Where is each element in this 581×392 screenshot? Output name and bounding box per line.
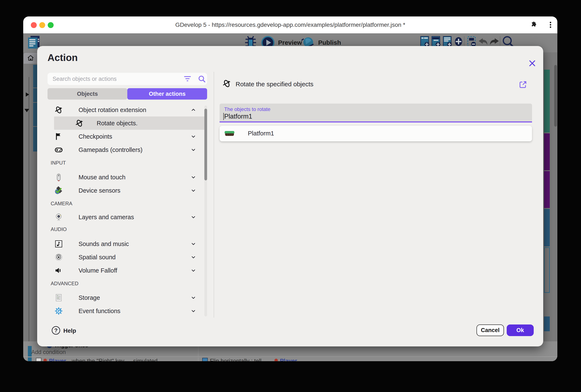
list-item-label: Device sensors — [78, 187, 120, 194]
list-item-label: Mouse and touch — [78, 174, 126, 181]
chevron-down-icon — [191, 134, 196, 139]
chevron-up-icon — [191, 107, 196, 113]
filter-icon[interactable] — [184, 76, 191, 82]
event-row-divider — [23, 357, 557, 357]
list-scrollbar-thumb[interactable] — [204, 109, 207, 180]
option-platform1[interactable]: Platform1 — [220, 126, 532, 141]
chevron-down-icon — [191, 147, 196, 153]
object-rotation-icon — [54, 106, 63, 114]
field-value: Platform1 — [224, 113, 252, 120]
section-header-audio: AUDIO — [51, 226, 67, 232]
event-color-strip — [28, 358, 32, 361]
speaker-icon — [54, 253, 63, 261]
event-action-text: Flip horizontally : tell — [210, 358, 262, 361]
scene-object-block — [544, 133, 550, 170]
help-button[interactable]: Help — [63, 328, 76, 334]
condition-icon — [36, 358, 42, 361]
list-item-layers-and-cameras[interactable]: Layers and cameras — [37, 210, 205, 224]
search-icon[interactable] — [198, 75, 206, 83]
mouse-icon — [54, 173, 63, 181]
object-rotation-icon — [222, 79, 231, 88]
event-column-divider — [198, 358, 198, 361]
chevron-down-icon — [191, 241, 196, 247]
event-tree-bar — [33, 88, 37, 102]
tab-objects[interactable]: Objects — [48, 88, 127, 100]
chevron-down-icon — [191, 268, 196, 273]
list-item-label: Storage — [78, 294, 100, 301]
object-dot-icon — [274, 359, 278, 361]
list-item-spatial-sound[interactable]: Spatial sound — [37, 250, 205, 264]
chevron-down-icon — [191, 214, 196, 220]
object-dot-icon — [44, 359, 47, 361]
chevron-down-icon — [191, 174, 196, 180]
scene-object-block — [544, 317, 550, 331]
preview-button-label: Preview — [278, 39, 302, 46]
list-item-gamepads[interactable]: Gamepads (controllers) — [37, 143, 205, 156]
storage-icon — [54, 294, 63, 302]
close-icon[interactable] — [528, 59, 536, 67]
field-label: The objects to rotate — [224, 106, 270, 112]
event-object-name: Player — [280, 358, 297, 361]
action-heading: Rotate the specified objects — [236, 81, 314, 88]
search-input[interactable] — [48, 73, 207, 85]
list-item-mouse-and-touch[interactable]: Mouse and touch — [37, 170, 205, 184]
tab-other-actions[interactable]: Other actions — [127, 88, 207, 100]
list-item-label: Sounds and music — [78, 240, 129, 247]
list-item-label: Layers and cameras — [78, 214, 134, 220]
undo-icon — [478, 38, 488, 46]
ok-button[interactable]: Ok — [507, 325, 534, 336]
chevron-down-icon — [191, 188, 196, 193]
option-label: Platform1 — [248, 130, 274, 137]
screenshot-stage: GDevelop 5 - https://resources.gdevelop-… — [0, 0, 581, 392]
platform-sprite-thumbnail — [225, 131, 234, 136]
scene-object-block — [544, 70, 550, 132]
add-condition-link: Add condition — [31, 349, 66, 356]
list-item-storage[interactable]: Storage — [37, 291, 205, 304]
dialog-title: Action — [48, 52, 78, 63]
event-row: Player when the "Right" key … simulated … — [23, 358, 557, 361]
chevron-down-icon — [191, 308, 196, 314]
action-dialog: Action Objects Other actions Object rota… — [37, 46, 543, 347]
scene-object-block-outlined — [544, 247, 550, 293]
chevron-down-icon — [191, 254, 196, 260]
list-item-event-functions[interactable]: Event functions — [37, 304, 205, 318]
home-tab — [24, 53, 38, 64]
cancel-button[interactable]: Cancel — [476, 325, 504, 336]
event-condition-text: when the "Right" key … simulated — [72, 358, 158, 361]
device-sensors-icon — [54, 186, 63, 195]
list-item-label: Gamepads (controllers) — [78, 146, 142, 153]
section-header-camera: CAMERA — [51, 201, 72, 207]
browser-menu-kebab-icon[interactable] — [549, 21, 552, 29]
webcam-icon — [54, 213, 63, 221]
list-item-label: Checkpoints — [78, 133, 112, 140]
event-tree-bar — [33, 127, 37, 151]
object-rotation-icon — [75, 119, 84, 127]
list-item-sounds-and-music[interactable]: Sounds and music — [37, 237, 205, 250]
list-item-label: Object rotation extension — [78, 106, 146, 113]
chevron-down-icon — [191, 295, 196, 301]
action-icon — [202, 358, 208, 361]
extensions-puzzle-icon[interactable] — [530, 21, 537, 28]
music-note-icon — [54, 240, 63, 248]
external-link-icon[interactable] — [518, 80, 528, 89]
list-item-device-sensors[interactable]: Device sensors — [37, 184, 205, 197]
section-header-advanced: ADVANCED — [51, 281, 78, 287]
gear-icon — [54, 307, 63, 315]
scene-object-block — [544, 209, 550, 246]
objects-to-rotate-input[interactable]: The objects to rotate Platform1 — [220, 104, 532, 122]
list-item-label: Rotate objects. — [97, 120, 138, 127]
list-item-rotate-objects[interactable]: Rotate objects. — [54, 116, 205, 130]
help-icon[interactable]: ? — [52, 326, 60, 335]
list-item-label: Spatial sound — [78, 254, 116, 261]
flag-icon — [54, 132, 63, 141]
text-caret — [223, 113, 224, 120]
event-tree-line — [29, 77, 29, 343]
list-item-checkpoints[interactable]: Checkpoints — [37, 130, 205, 143]
redo-icon — [489, 38, 499, 46]
panel-divider — [214, 72, 214, 318]
expanded-arrow-icon — [24, 109, 29, 112]
section-header-input: INPUT — [51, 160, 66, 166]
list-item-object-rotation-extension[interactable]: Object rotation extension — [37, 103, 205, 116]
publish-button-label: Publish — [318, 39, 341, 46]
list-item-volume-falloff[interactable]: Volume Falloff — [37, 264, 205, 277]
